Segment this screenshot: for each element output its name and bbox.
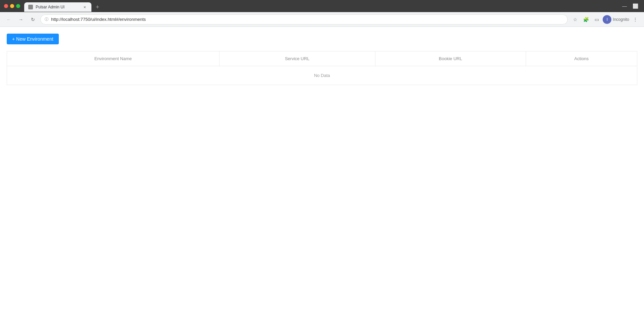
svg-point-0 [29,6,32,8]
page-content: + New Environment Environment Name Servi… [0,27,644,323]
close-window-button[interactable] [4,4,8,8]
forward-button[interactable]: → [16,15,26,24]
active-tab[interactable]: Pulsar Admin UI ✕ [24,2,91,12]
menu-button[interactable]: ⋮ [631,15,640,24]
minimize-btn[interactable]: — [620,1,629,11]
restore-btn[interactable]: ⬜ [631,1,640,11]
table-header-row: Environment Name Service URL Bookie URL … [7,51,637,66]
reload-button[interactable]: ↻ [28,15,38,24]
security-icon: ⓘ [45,17,48,22]
browser-toolbar: ← → ↻ ⓘ ☆ 🧩 ▭ I Incognito ⋮ [0,12,644,27]
title-bar-right: — ⬜ [620,1,640,11]
empty-state-row: No Data [7,66,637,85]
close-tab-button[interactable]: ✕ [82,4,87,10]
col-header-service-url: Service URL [219,51,375,66]
tab-bar: Pulsar Admin UI ✕ + [24,0,620,12]
new-tab-button[interactable]: + [93,2,102,12]
new-environment-button[interactable]: + New Environment [7,34,59,44]
window-controls [4,4,20,8]
incognito-label: Incognito [613,17,629,22]
tab-title-label: Pulsar Admin UI [36,5,79,9]
col-header-bookie-url: Bookie URL [375,51,526,66]
title-bar: Pulsar Admin UI ✕ + — ⬜ [0,0,644,12]
address-bar[interactable]: ⓘ [40,14,568,25]
empty-state-text: No Data [7,66,637,85]
browser-chrome: Pulsar Admin UI ✕ + — ⬜ ← → ↻ ⓘ ☆ 🧩 ▭ I … [0,0,644,27]
url-input[interactable] [51,17,563,22]
minimize-window-button[interactable] [10,4,14,8]
maximize-window-button[interactable] [16,4,20,8]
col-header-env-name: Environment Name [7,51,219,66]
col-header-actions: Actions [526,51,637,66]
tab-favicon [28,5,33,9]
environments-table: Environment Name Service URL Bookie URL … [7,51,637,85]
extensions-button[interactable]: 🧩 [581,15,591,24]
sidebar-button[interactable]: ▭ [592,15,601,24]
profile-avatar[interactable]: I [603,15,611,24]
bookmark-button[interactable]: ☆ [570,15,580,24]
back-button[interactable]: ← [4,15,13,24]
toolbar-right-buttons: ☆ 🧩 ▭ I Incognito ⋮ [570,15,640,24]
